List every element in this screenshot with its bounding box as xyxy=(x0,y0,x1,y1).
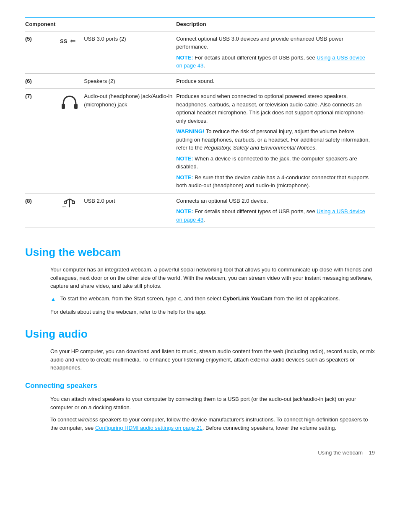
desc-text: Connect optional USB 3.0 devices and pro… xyxy=(176,35,371,51)
svg-rect-2 xyxy=(62,104,65,109)
bullet-suffix: from the list of applications. xyxy=(273,295,340,302)
component-table: Component Description (5) SS ⇐ USB 3.0 p… xyxy=(25,17,375,227)
note-text2: . xyxy=(203,62,205,69)
row-description: Connects an optional USB 2.0 device. NOT… xyxy=(176,193,375,227)
svg-line-5 xyxy=(65,199,70,201)
note-text: Be sure that the device cable has a 4-co… xyxy=(176,174,369,189)
desc-note3: NOTE: Be sure that the device cable has … xyxy=(176,173,371,190)
audio-content: On your HP computer, you can download an… xyxy=(50,347,375,372)
warning-label: WARNING! xyxy=(176,128,204,134)
speakers-text-prefix: To connect xyxy=(50,416,78,423)
bullet-bold: CyberLink YouCam xyxy=(223,295,273,302)
svg-text:SS: SS xyxy=(60,38,68,44)
row-description: Connect optional USB 3.0 devices and pro… xyxy=(176,31,375,73)
table-row: (5) SS ⇐ USB 3.0 ports (2) Connect optio… xyxy=(25,31,375,73)
note-label: NOTE: xyxy=(176,208,193,214)
speakers-heading: Connecting speakers xyxy=(25,380,375,391)
table-row: (8) ← USB 2.0 port Connects an optional … xyxy=(25,193,375,227)
col-name-header xyxy=(84,17,176,31)
table-row: (6) Speakers (2) Produce sound. xyxy=(25,73,375,89)
bullet-code: c xyxy=(178,295,181,302)
webcam-paragraph: Your computer has an integrated webcam, … xyxy=(50,266,375,290)
row-icon xyxy=(59,73,84,89)
speakers-section: Connecting speakers You can attach wired… xyxy=(25,380,375,432)
table-header-row: Component Description xyxy=(25,17,375,31)
audio-paragraph: On your HP computer, you can download an… xyxy=(50,347,375,372)
note-text2: . xyxy=(203,217,205,223)
row-description: Produce sound. xyxy=(176,73,375,89)
bullet-text: To start the webcam, from the Start scre… xyxy=(60,294,340,303)
bullet-middle: , and then select xyxy=(181,295,223,302)
bullet-prefix: To start the webcam, from the Start scre… xyxy=(60,295,178,302)
desc-text: Produce sound. xyxy=(176,77,371,85)
speakers-text-italic: wireless xyxy=(78,416,98,423)
note-label: NOTE: xyxy=(176,174,193,181)
note-text: For details about different types of USB… xyxy=(195,54,317,61)
row-description: Produces sound when connected to optiona… xyxy=(176,89,375,194)
speakers-content: You can attach wired speakers to your co… xyxy=(50,395,375,432)
note-label: NOTE: xyxy=(176,155,193,162)
col-icon-header xyxy=(59,17,84,31)
row-component-name: Speakers (2) xyxy=(84,73,176,89)
desc-text: Connects an optional USB 2.0 device. xyxy=(176,197,371,205)
desc-warning: WARNING! To reduce the risk of personal … xyxy=(176,127,371,152)
speakers-link[interactable]: Configuring HDMI audio settings on page … xyxy=(95,425,203,431)
usb20-icon: ← xyxy=(59,197,80,209)
svg-text:⇐: ⇐ xyxy=(70,37,75,44)
row-num: (5) xyxy=(25,31,59,73)
webcam-content: Your computer has an integrated webcam, … xyxy=(50,266,375,316)
svg-rect-8 xyxy=(72,201,75,204)
row-icon: SS ⇐ xyxy=(59,31,84,73)
row-component-name: USB 2.0 port xyxy=(84,193,176,227)
svg-rect-3 xyxy=(74,104,78,109)
row-num: (8) xyxy=(25,193,59,227)
webcam-heading: Using the webcam xyxy=(25,244,375,261)
footer-page: 19 xyxy=(369,449,375,456)
row-icon xyxy=(59,89,84,194)
webcam-bullet-list: ▲ To start the webcam, from the Start sc… xyxy=(50,294,375,304)
note-text: For details about different types of USB… xyxy=(195,208,317,214)
audio-section: Using audio On your HP computer, you can… xyxy=(25,326,375,372)
headphone-icon xyxy=(59,92,80,113)
list-item: ▲ To start the webcam, from the Start sc… xyxy=(50,294,375,304)
desc-text: Produces sound when connected to optiona… xyxy=(176,92,371,125)
warning-text2: . xyxy=(315,145,317,151)
speakers-para-1: You can attach wired speakers to your co… xyxy=(50,395,375,411)
row-num: (7) xyxy=(25,89,59,194)
desc-note: NOTE: For details about different types … xyxy=(176,207,371,224)
col-component-header: Component xyxy=(25,17,59,31)
row-component-name: Audio-out (headphone) jack/Audio-in (mic… xyxy=(84,89,176,194)
bullet-icon: ▲ xyxy=(50,295,56,304)
row-component-name: USB 3.0 ports (2) xyxy=(84,31,176,73)
desc-note: NOTE: For details about different types … xyxy=(176,54,371,70)
table-row: (7) Audio-out (headphone) jack/Audio-in … xyxy=(25,89,375,194)
footer-text: Using the webcam xyxy=(318,449,363,456)
row-num: (6) xyxy=(25,73,59,89)
webcam-footer-text: For details about using the webcam, refe… xyxy=(50,308,375,316)
svg-text:←: ← xyxy=(61,203,67,209)
audio-heading: Using audio xyxy=(25,326,375,342)
usb30-icon: SS ⇐ xyxy=(59,35,80,47)
speakers-para-2: To connect wireless speakers to your com… xyxy=(50,416,375,432)
row-icon: ← xyxy=(59,193,84,227)
note-label: NOTE: xyxy=(176,54,193,61)
col-description-header: Description xyxy=(176,17,375,31)
page-footer: Using the webcam 19 xyxy=(25,449,375,457)
speakers-text-suffix: . Before connecting speakers, lower the … xyxy=(203,425,336,431)
note-text: When a device is connected to the jack, … xyxy=(176,155,357,170)
warning-italic: Regulatory, Safety and Environmental Not… xyxy=(204,145,315,151)
webcam-section: Using the webcam Your computer has an in… xyxy=(25,244,375,316)
desc-note2: NOTE: When a device is connected to the … xyxy=(176,155,371,171)
